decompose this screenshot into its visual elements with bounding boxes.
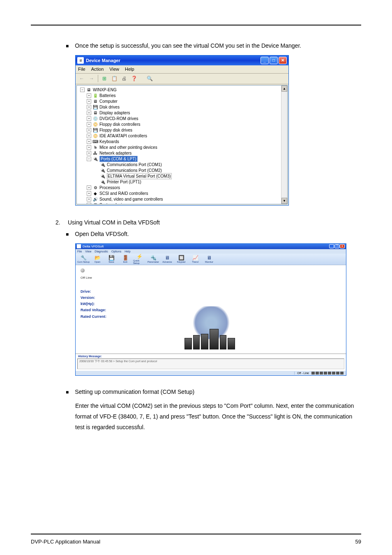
menu-diagnostic[interactable]: Diagnostic xyxy=(95,250,108,253)
tb-open[interactable]: 📂Open xyxy=(91,255,104,263)
menu-view[interactable]: View xyxy=(109,67,119,72)
dm-toolbar: ← → ⊞ 📋 🖨 ❓ 🔍 xyxy=(76,74,288,84)
restore-button[interactable]: ❐ xyxy=(334,244,339,248)
expand-icon[interactable]: + xyxy=(87,139,91,144)
com-icon: 🔌 xyxy=(100,162,106,167)
scan-icon[interactable]: 🔍 xyxy=(146,75,153,82)
menu-help[interactable]: Help xyxy=(125,250,130,253)
vfd-toolbar: 🔧Com Setup 📂Open 💾Save 🚪Exit ⚡Quick Setu… xyxy=(76,254,346,265)
print-icon[interactable]: 🖨 xyxy=(120,75,128,82)
footer-right: 59 xyxy=(355,539,361,545)
disk-icon: 💾 xyxy=(92,105,98,110)
parameter-icon: 🔩 xyxy=(150,255,157,261)
minimize-button[interactable]: _ xyxy=(261,57,269,64)
node-ports[interactable]: Ports (COM & LPT) xyxy=(99,156,138,162)
expand-icon[interactable]: + xyxy=(87,134,91,138)
tree-icon[interactable]: ⊞ xyxy=(101,75,108,82)
tb-advance[interactable]: 🖥Advance xyxy=(161,255,173,263)
tb-keypad[interactable]: 🔲Keypad xyxy=(175,255,187,263)
tb-parameter[interactable]: 🔩Parameter xyxy=(147,255,159,263)
tb-quicksetup[interactable]: ⚡Quick Setup xyxy=(133,254,145,264)
collapse-icon[interactable]: − xyxy=(87,157,91,161)
maximize-button[interactable]: □ xyxy=(270,57,278,64)
tb-comsetup[interactable]: 🔧Com Setup xyxy=(77,255,90,263)
node-system[interactable]: System devices xyxy=(99,202,128,204)
node-display[interactable]: Display adapters xyxy=(99,110,130,116)
port-lpt1[interactable]: Printer Port (LPT1) xyxy=(107,179,141,185)
node-sound[interactable]: Sound, video and game controllers xyxy=(99,197,163,202)
menu-file[interactable]: File xyxy=(78,67,85,72)
port-com2[interactable]: Communications Port (COM2) xyxy=(107,168,162,173)
dm-title: Device Manager xyxy=(86,58,261,63)
page-footer: DVP-PLC Application Manual 59 xyxy=(31,539,361,545)
expand-icon[interactable]: + xyxy=(87,185,91,190)
node-floppy[interactable]: Floppy disk drives xyxy=(99,127,132,133)
menu-action[interactable]: Action xyxy=(91,67,104,72)
tb-save[interactable]: 💾Save xyxy=(105,255,118,263)
expand-icon[interactable]: + xyxy=(87,122,91,127)
tb-trend[interactable]: 📈Trend xyxy=(189,255,201,263)
tb-monitor[interactable]: 🖥Monitor xyxy=(203,255,215,263)
close-button[interactable]: ✕ xyxy=(340,244,345,248)
com-icon: 🔌 xyxy=(100,168,106,173)
vfd-statusbar: Off - Line xyxy=(76,371,346,375)
save-icon: 💾 xyxy=(108,255,115,261)
close-button[interactable]: ✕ xyxy=(279,57,287,64)
network-icon: 🖧 xyxy=(92,151,98,156)
expand-icon[interactable]: + xyxy=(87,116,91,121)
comsetup-text: Setting up communication format (COM Set… xyxy=(75,388,194,396)
statusbar-bars xyxy=(311,372,344,375)
expand-icon[interactable]: + xyxy=(87,197,91,201)
cpu-icon: ⚙ xyxy=(92,185,98,190)
back-icon[interactable]: ← xyxy=(78,75,85,82)
history-entry: 2008/10/30 下午 03:45:58 > Setup the Com p… xyxy=(79,360,157,363)
node-dvd[interactable]: DVD/CD-ROM drives xyxy=(99,116,138,122)
port-com1[interactable]: Communications Port (COM1) xyxy=(107,162,162,168)
step-text: Using Virtual COM in Delta VFDSoft xyxy=(68,218,160,227)
menu-file[interactable]: File xyxy=(77,250,82,253)
scroll-up-icon[interactable]: ▲ xyxy=(281,86,287,92)
expand-icon[interactable]: + xyxy=(87,191,91,196)
bullet-intro: ■ Once the setup is successful, you can … xyxy=(66,42,361,50)
comsetup-para: Enter the virtual COM (COM2) set in the … xyxy=(75,401,361,433)
computer-node-icon: 🖥 xyxy=(92,99,98,104)
collapse-icon[interactable]: − xyxy=(80,88,85,92)
node-keyboard[interactable]: Keyboards xyxy=(99,139,119,145)
node-ide[interactable]: IDE ATA/ATAPI controllers xyxy=(99,133,147,139)
lpt-icon: 🔌 xyxy=(100,180,106,185)
node-processors[interactable]: Processors xyxy=(99,185,120,191)
port-com3[interactable]: ELTIMA Virtual Serial Port (COM3) xyxy=(107,173,172,180)
node-batteries[interactable]: Batteries xyxy=(99,93,115,99)
node-scsi[interactable]: SCSI and RAID controllers xyxy=(99,191,148,197)
sound-icon: 🔊 xyxy=(92,197,98,202)
dm-tree: −🖥WINXP-ENG +🔋Batteries +🖥Computer +💾Dis… xyxy=(77,86,287,204)
expand-icon[interactable]: + xyxy=(87,145,91,150)
expand-icon[interactable]: + xyxy=(87,93,91,98)
history-panel: History Message: 2008/10/30 下午 03:45:58 … xyxy=(76,354,346,369)
expand-icon[interactable]: + xyxy=(87,203,91,204)
expand-icon[interactable]: + xyxy=(87,99,91,104)
node-floppy-ctrl[interactable]: Floppy disk controllers xyxy=(99,122,140,127)
help-icon[interactable]: ❓ xyxy=(130,75,138,82)
expand-icon[interactable]: + xyxy=(87,128,91,132)
node-disk[interactable]: Disk drives xyxy=(99,104,120,110)
menu-view[interactable]: View xyxy=(85,250,91,253)
scrollbar[interactable]: ▲ ▼ xyxy=(281,86,287,204)
scroll-down-icon[interactable]: ▼ xyxy=(281,198,287,204)
forward-icon[interactable]: → xyxy=(88,75,95,82)
expand-icon[interactable]: + xyxy=(87,105,91,109)
battery-icon: 🔋 xyxy=(92,93,98,98)
trend-icon: 📈 xyxy=(192,255,198,261)
node-mice[interactable]: Mice and other pointing devices xyxy=(99,145,157,150)
root-node[interactable]: WINXP-ENG xyxy=(93,87,117,93)
expand-icon[interactable]: + xyxy=(87,151,91,155)
properties-icon[interactable]: 📋 xyxy=(111,75,118,82)
minimize-button[interactable]: _ xyxy=(329,244,334,248)
menu-options[interactable]: Options xyxy=(111,250,121,253)
menu-help[interactable]: Help xyxy=(125,67,134,72)
tb-exit[interactable]: 🚪Exit xyxy=(119,255,131,263)
expand-icon[interactable]: + xyxy=(87,111,91,115)
footer-left: DVP-PLC Application Manual xyxy=(31,539,100,545)
node-computer[interactable]: Computer xyxy=(99,99,118,104)
node-network[interactable]: Network adapters xyxy=(99,150,131,156)
